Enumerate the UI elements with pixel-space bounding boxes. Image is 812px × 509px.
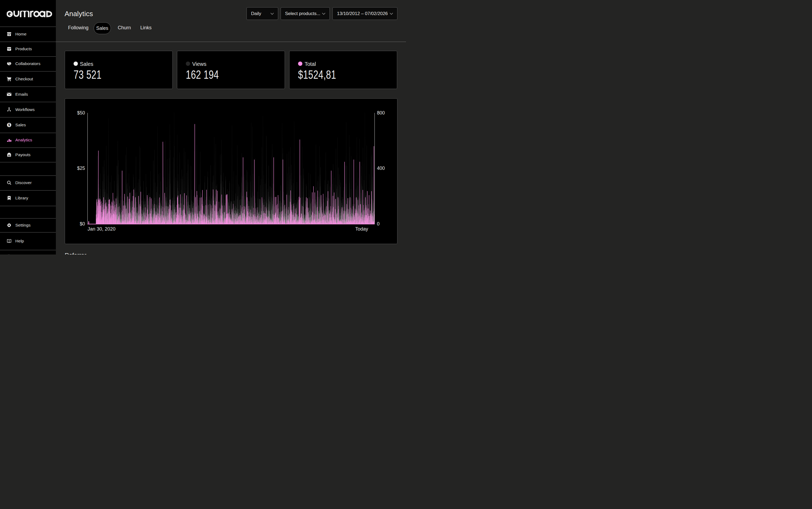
svg-text:$: $ [8,123,10,127]
